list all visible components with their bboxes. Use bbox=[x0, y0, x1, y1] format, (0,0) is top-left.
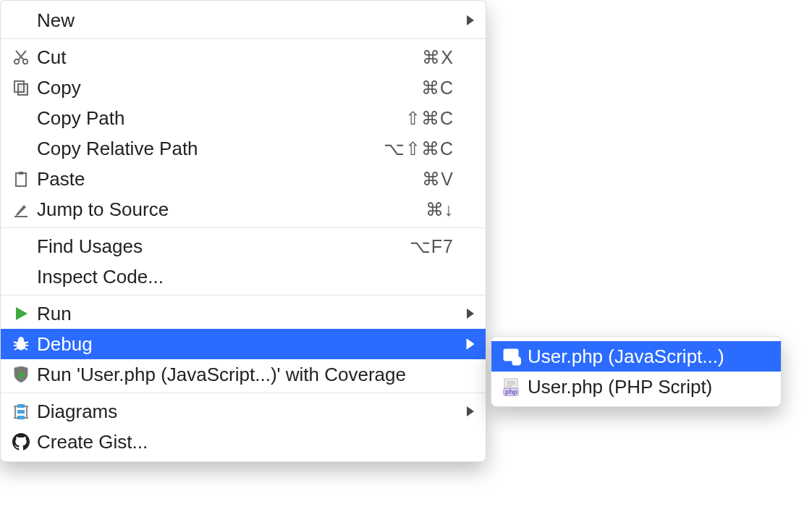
php-script-icon: php bbox=[499, 377, 525, 396]
menu-item-run[interactable]: Run bbox=[1, 298, 486, 329]
svg-marker-22 bbox=[467, 339, 474, 349]
github-icon bbox=[8, 433, 34, 451]
svg-line-17 bbox=[25, 342, 28, 343]
menu-label: Copy Path bbox=[34, 107, 405, 130]
svg-rect-30 bbox=[17, 416, 25, 419]
svg-marker-0 bbox=[467, 15, 474, 25]
menu-item-run-with-coverage[interactable]: Run 'User.php (JavaScript...)' with Cove… bbox=[1, 359, 486, 390]
scissors-icon bbox=[8, 49, 34, 66]
bug-icon bbox=[8, 335, 34, 353]
menu-item-copy-relative-path[interactable]: Copy Relative Path ⌥⇧⌘C bbox=[1, 133, 486, 164]
menu-shortcut: ⌥⇧⌘C bbox=[384, 138, 458, 159]
svg-line-20 bbox=[14, 348, 18, 350]
svg-rect-28 bbox=[17, 404, 25, 408]
submenu-label: User.php (JavaScript...) bbox=[525, 345, 771, 368]
svg-marker-12 bbox=[16, 307, 28, 320]
play-icon bbox=[8, 306, 34, 322]
menu-item-create-gist[interactable]: Create Gist... bbox=[1, 427, 486, 457]
submenu-arrow-icon bbox=[458, 308, 475, 319]
menu-item-copy[interactable]: Copy ⌘C bbox=[1, 72, 486, 103]
edit-icon bbox=[8, 201, 34, 218]
menu-item-debug[interactable]: Debug bbox=[1, 329, 486, 359]
menu-item-jump-to-source[interactable]: Jump to Source ⌘↓ bbox=[1, 194, 486, 225]
svg-marker-31 bbox=[467, 406, 474, 416]
menu-label: Diagrams bbox=[34, 401, 458, 423]
submenu-label: User.php (PHP Script) bbox=[525, 376, 771, 398]
menu-separator bbox=[1, 38, 486, 39]
svg-rect-8 bbox=[16, 173, 26, 186]
menu-label: Paste bbox=[34, 168, 422, 190]
menu-label: Copy Relative Path bbox=[34, 138, 384, 160]
javascript-debug-icon: JS bbox=[499, 347, 525, 366]
submenu-arrow-icon bbox=[458, 338, 475, 350]
menu-label: Run 'User.php (JavaScript...)' with Cove… bbox=[34, 364, 458, 386]
svg-text:php: php bbox=[505, 388, 517, 395]
menu-shortcut: ⌘V bbox=[422, 169, 458, 190]
menu-label: Jump to Source bbox=[34, 198, 426, 221]
menu-item-find-usages[interactable]: Find Usages ⌥F7 bbox=[1, 231, 486, 261]
menu-item-inspect-code[interactable]: Inspect Code... bbox=[1, 261, 486, 292]
svg-marker-13 bbox=[467, 309, 474, 319]
svg-marker-11 bbox=[16, 205, 26, 216]
debug-submenu: JS User.php (JavaScript...) php User.php… bbox=[491, 336, 782, 407]
menu-shortcut: ⌘X bbox=[422, 47, 458, 68]
menu-separator bbox=[1, 295, 486, 296]
menu-shortcut: ⌘↓ bbox=[426, 199, 459, 220]
diagram-icon bbox=[8, 402, 34, 421]
menu-label: New bbox=[34, 9, 458, 32]
menu-label: Copy bbox=[34, 77, 421, 99]
menu-label: Find Usages bbox=[34, 235, 410, 258]
menu-label: Run bbox=[34, 303, 458, 325]
context-menu: New Cut ⌘X Copy ⌘C bbox=[0, 0, 486, 462]
menu-item-diagrams[interactable]: Diagrams bbox=[1, 396, 486, 427]
clipboard-icon bbox=[8, 170, 34, 188]
menu-label: Cut bbox=[34, 46, 422, 69]
svg-text:JS: JS bbox=[514, 358, 521, 365]
menu-shortcut: ⇧⌘C bbox=[405, 108, 458, 129]
menu-shortcut: ⌥F7 bbox=[410, 236, 458, 257]
menu-item-cut[interactable]: Cut ⌘X bbox=[1, 42, 486, 72]
svg-line-21 bbox=[24, 348, 28, 350]
svg-rect-6 bbox=[18, 84, 28, 95]
menu-label: Debug bbox=[34, 333, 458, 356]
submenu-item-user-javascript[interactable]: JS User.php (JavaScript...) bbox=[491, 341, 781, 372]
coverage-icon bbox=[8, 365, 34, 384]
submenu-arrow-icon bbox=[458, 14, 475, 26]
menu-separator bbox=[1, 393, 486, 393]
menu-item-copy-path[interactable]: Copy Path ⇧⌘C bbox=[1, 103, 486, 133]
submenu-item-user-php-script[interactable]: php User.php (PHP Script) bbox=[491, 372, 781, 402]
submenu-arrow-icon bbox=[458, 406, 475, 417]
svg-point-15 bbox=[19, 338, 24, 343]
svg-rect-9 bbox=[19, 172, 23, 175]
svg-line-16 bbox=[14, 342, 17, 343]
menu-separator bbox=[1, 227, 486, 228]
menu-item-paste[interactable]: Paste ⌘V bbox=[1, 164, 486, 194]
copy-icon bbox=[8, 79, 34, 96]
menu-label: Inspect Code... bbox=[34, 266, 458, 288]
menu-item-new[interactable]: New bbox=[1, 5, 486, 35]
menu-label: Create Gist... bbox=[34, 431, 458, 453]
menu-shortcut: ⌘C bbox=[421, 77, 458, 99]
svg-rect-29 bbox=[17, 410, 25, 414]
